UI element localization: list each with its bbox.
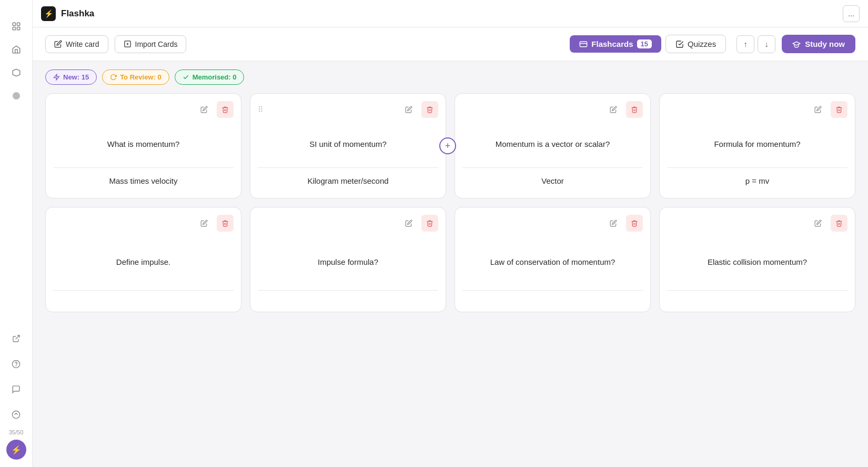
card-8-delete-button[interactable] — [831, 215, 847, 232]
edit-icon — [405, 106, 412, 113]
card-7-actions — [462, 215, 643, 232]
card-8-edit-button[interactable] — [810, 215, 826, 232]
edit-icon — [814, 106, 822, 113]
study-now-button[interactable]: Study now — [782, 35, 855, 53]
app-logo-icon: ⚡ — [41, 6, 56, 21]
card-3-answer: Vector — [462, 170, 643, 185]
trash-icon — [835, 220, 843, 227]
card-7-question: Law of conservation of momentum? — [462, 236, 643, 288]
sidebar-item-chat[interactable] — [6, 379, 27, 400]
sidebar-bottom: 35/50 ⚡ — [6, 328, 27, 460]
more-options-button[interactable]: ... — [843, 5, 860, 22]
chip-review[interactable]: To Review: 0 — [102, 69, 169, 85]
chip-new[interactable]: New: 15 — [45, 69, 97, 85]
card-2-question: SI unit of momentum? — [258, 122, 438, 165]
boost-icon: ⚡ — [11, 445, 22, 455]
card-8-actions — [667, 215, 847, 232]
import-icon — [124, 40, 132, 48]
nav-up-button[interactable]: ↑ — [736, 35, 754, 53]
sidebar-item-help[interactable] — [6, 353, 27, 374]
card-5-delete-button[interactable] — [217, 215, 234, 232]
card-7-edit-button[interactable] — [605, 215, 622, 232]
import-cards-button[interactable]: Import Cards — [115, 35, 187, 53]
card-3-question: Momentum is a vector or scalar? — [462, 122, 643, 165]
card-3-delete-button[interactable] — [626, 101, 643, 118]
card-4-delete-button[interactable] — [831, 101, 847, 118]
flashcard-4: Formula for momentum? p = mv — [659, 93, 855, 198]
boost-button[interactable]: ⚡ — [6, 440, 26, 460]
edit-icon — [610, 106, 617, 113]
card-3-edit-button[interactable] — [605, 101, 622, 118]
write-card-button[interactable]: Write card — [45, 35, 108, 53]
quizzes-icon — [675, 40, 684, 48]
more-icon: ... — [848, 9, 854, 18]
content-area: New: 15 To Review: 0 Memorised: 0 — [33, 61, 868, 467]
sidebar-item-refresh[interactable] — [6, 404, 27, 425]
flashcard-8: Elastic collision momentum? — [659, 207, 855, 312]
trash-icon — [426, 106, 433, 113]
filter-bar: New: 15 To Review: 0 Memorised: 0 — [33, 61, 868, 89]
flashcards-icon — [579, 40, 588, 48]
card-2-edit-button[interactable] — [400, 101, 417, 118]
nav-down-button[interactable]: ↓ — [758, 35, 775, 53]
card-1-delete-button[interactable] — [217, 101, 234, 118]
card-8-divider — [667, 290, 847, 291]
main-wrapper: ⚡ Flashka ... Write card Import Card — [33, 0, 868, 467]
credits-label: 35/50 — [9, 429, 24, 435]
card-4-edit-button[interactable] — [810, 101, 826, 118]
card-1-question: What is momentum? — [53, 122, 234, 165]
flashcard-6: Impulse formula? — [250, 207, 446, 312]
svg-rect-11 — [580, 42, 587, 46]
chip-new-label: New: 15 — [63, 73, 89, 81]
card-8-question: Elastic collision momentum? — [667, 236, 847, 288]
card-6-delete-button[interactable] — [421, 215, 438, 232]
card-4-question: Formula for momentum? — [667, 122, 847, 165]
edit-icon — [405, 220, 412, 227]
import-cards-label: Import Cards — [135, 40, 178, 48]
edit-icon — [54, 40, 62, 48]
card-5-edit-button[interactable] — [196, 215, 213, 232]
card-4-divider — [667, 167, 847, 168]
toolbar: Write card Import Cards Flashcards 15 — [33, 27, 868, 61]
card-4-answer: p = mv — [667, 170, 847, 185]
sidebar-item-circle[interactable] — [6, 85, 27, 106]
svg-line-4 — [15, 335, 19, 339]
tab-flashcards[interactable]: Flashcards 15 — [570, 35, 661, 53]
edit-icon — [200, 106, 208, 113]
card-2-drag-handle[interactable]: ⠿ — [258, 101, 263, 118]
app-layout: 35/50 ⚡ ⚡ Flashka ... Wr — [0, 0, 868, 467]
tab-quizzes[interactable]: Quizzes — [665, 35, 726, 53]
card-6-edit-button[interactable] — [400, 215, 417, 232]
card-1-edit-button[interactable] — [196, 101, 213, 118]
card-8-answer — [667, 293, 847, 299]
svg-point-6 — [16, 365, 16, 366]
left-sidebar: 35/50 ⚡ — [0, 0, 33, 467]
chip-memorised-label: Memorised: 0 — [193, 73, 237, 81]
card-5-question: Define impulse. — [53, 236, 234, 288]
edit-icon — [200, 220, 208, 227]
card-7-delete-button[interactable] — [626, 215, 643, 232]
sidebar-item-library[interactable] — [6, 62, 27, 83]
flashcard-5: Define impulse. — [45, 207, 241, 312]
app-name: Flashka — [61, 8, 94, 19]
chip-memorised[interactable]: Memorised: 0 — [175, 69, 245, 85]
edit-icon — [610, 220, 617, 227]
card-2-delete-button[interactable] — [421, 101, 438, 118]
add-card-after-2-button[interactable]: + — [439, 137, 456, 154]
top-logo-bar: ⚡ Flashka ... — [33, 0, 868, 27]
sidebar-item-home[interactable] — [6, 39, 27, 60]
card-1-answer: Mass times velocity — [53, 170, 234, 185]
card-1-divider — [53, 167, 234, 168]
trash-icon — [426, 220, 433, 227]
sidebar-item-export[interactable] — [6, 328, 27, 349]
card-7-answer — [462, 293, 643, 299]
edit-icon — [814, 220, 822, 227]
card-2-divider — [258, 167, 438, 168]
flashcards-tab-label: Flashcards — [591, 39, 633, 48]
nav-arrows: ↑ ↓ — [736, 35, 775, 53]
card-7-divider — [462, 290, 643, 291]
trash-icon — [631, 106, 638, 113]
flashcard-3: Momentum is a vector or scalar? Vector — [455, 93, 651, 198]
sidebar-item-panels[interactable] — [6, 16, 27, 37]
quizzes-tab-label: Quizzes — [688, 39, 716, 48]
